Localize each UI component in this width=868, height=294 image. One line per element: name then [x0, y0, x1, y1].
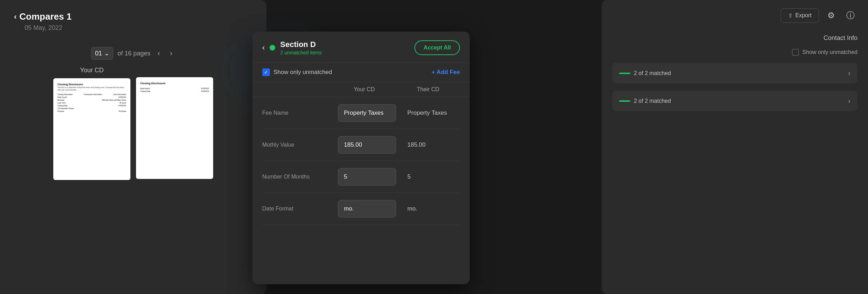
monthly-value-their-value: 185.00	[402, 141, 460, 148]
modal-back-button[interactable]: ‹	[262, 43, 265, 52]
right-filter-label: Show only unmatched	[802, 49, 857, 55]
date-format-label: Date Format	[262, 206, 332, 212]
right-panel: ⇧ Export ⚙ ⓘ Contact Info Show only unma…	[602, 0, 868, 294]
section-header-bar: Contact Info	[612, 34, 857, 42]
fee-name-their-value: Property Taxes	[402, 109, 460, 116]
prev-page-button[interactable]: ‹	[155, 47, 163, 59]
match-indicator-2: 2 of 2 matched	[619, 98, 671, 104]
page-info: of 16 pages	[117, 50, 150, 57]
project-date: 05 May, 2022	[25, 24, 252, 32]
table-row: Mothly Value 185.00 185.00	[262, 129, 460, 161]
comparison-modal: ‹ Section D 2 unmatched items Accept All…	[252, 32, 470, 284]
num-months-label: Number Of Months	[262, 174, 332, 180]
modal-table-header: Your CD Their CD	[252, 82, 470, 97]
show-unmatched-label: Show only unmatched	[273, 69, 332, 76]
export-icon: ⇧	[788, 12, 793, 19]
fee-name-label: Fee Name	[262, 110, 332, 116]
add-fee-button[interactable]: + Add Fee	[432, 69, 460, 76]
chevron-right-icon-1: ›	[848, 69, 850, 77]
match-indicator-1: 2 of 2 matched	[619, 70, 671, 76]
right-toolbar: ⇧ Export ⚙ ⓘ	[602, 0, 868, 31]
right-filter-checkbox[interactable]	[792, 49, 799, 56]
table-row: Fee Name Property Taxes Property Taxes	[262, 97, 460, 129]
monthly-value-your-value[interactable]: 185.00	[338, 136, 396, 154]
fee-name-your-value[interactable]: Property Taxes	[338, 104, 396, 122]
your-cd-label: Your CD	[53, 67, 130, 74]
show-unmatched-filter: ✓ Show only unmatched	[262, 68, 332, 76]
date-format-their-value: mo.	[402, 205, 460, 212]
match-row-1[interactable]: 2 of 2 matched ›	[612, 63, 857, 83]
chevron-down-icon: ⌄	[104, 49, 109, 57]
modal-header: ‹ Section D 2 unmatched items Accept All	[252, 32, 470, 63]
doc1-subtitle: This form is a statement of final loan t…	[57, 86, 126, 91]
num-months-your-value[interactable]: 5	[338, 168, 396, 186]
doc2-title: Closing Disclosure	[140, 81, 209, 85]
right-filter-row: Show only unmatched	[612, 49, 857, 56]
doc2-section: Date Issued 4/15/2013 Closing Date 4/15/…	[140, 87, 209, 93]
match-text-2: 2 of 2 matched	[634, 98, 671, 104]
settings-button[interactable]: ⚙	[825, 8, 838, 23]
doc1-section: Closing Information Transaction Informat…	[57, 93, 126, 113]
status-dot-icon	[270, 45, 275, 51]
modal-filter-bar: ✓ Show only unmatched + Add Fee	[252, 63, 470, 82]
modal-title-group: ‹ Section D 2 unmatched items	[262, 40, 322, 55]
back-nav: ‹ Compares 1 05 May, 2022	[0, 0, 266, 39]
match-row-2[interactable]: 2 of 2 matched ›	[612, 91, 857, 111]
your-cd-page: Closing Disclosure This form is a statem…	[53, 78, 130, 180]
contact-info-tab[interactable]: Contact Info	[823, 34, 857, 42]
col-their-cd: Their CD	[396, 86, 460, 93]
match-line-icon-2	[619, 100, 630, 102]
chevron-right-icon-2: ›	[848, 97, 850, 105]
page-select[interactable]: 01 ⌄	[91, 47, 113, 60]
next-page-button[interactable]: ›	[167, 47, 175, 59]
back-link[interactable]: ‹ Compares 1	[14, 11, 252, 22]
export-button[interactable]: ⇧ Export	[781, 8, 819, 23]
left-panel: ‹ Compares 1 05 May, 2022 01 ⌄ of 16 pag…	[0, 0, 266, 294]
table-row: Date Format mo. mo.	[262, 193, 460, 225]
match-text-1: 2 of 2 matched	[634, 70, 671, 76]
right-content: Contact Info Show only unmatched 2 of 2 …	[602, 31, 868, 294]
modal-title: Section D	[280, 40, 321, 49]
your-cd-column: Your CD Closing Disclosure This form is …	[53, 67, 130, 180]
project-title: Compares 1	[19, 11, 72, 22]
their-cd-page: Closing Disclosure Date Issued 4/15/2013…	[136, 77, 213, 179]
pagination-bar: 01 ⌄ of 16 pages ‹ ›	[0, 47, 266, 60]
modal-subtitle: 2 unmatched items	[280, 50, 321, 55]
help-button[interactable]: ⓘ	[843, 7, 857, 24]
modal-rows: Fee Name Property Taxes Property Taxes M…	[252, 97, 470, 284]
table-row: Number Of Months 5 5	[262, 161, 460, 193]
document-container: Your CD Closing Disclosure This form is …	[0, 67, 266, 180]
monthly-value-label: Mothly Value	[262, 142, 332, 148]
doc1-title: Closing Disclosure	[57, 82, 126, 86]
show-unmatched-checkbox[interactable]: ✓	[262, 68, 270, 76]
date-format-your-value[interactable]: mo.	[338, 200, 396, 218]
num-months-their-value: 5	[402, 173, 460, 180]
match-line-icon-1	[619, 73, 630, 74]
back-chevron-icon: ‹	[14, 12, 16, 21]
accept-all-button[interactable]: Accept All	[414, 40, 460, 55]
col-your-cd: Your CD	[332, 86, 396, 93]
their-cd-column: Closing Disclosure Date Issued 4/15/2013…	[136, 67, 213, 180]
